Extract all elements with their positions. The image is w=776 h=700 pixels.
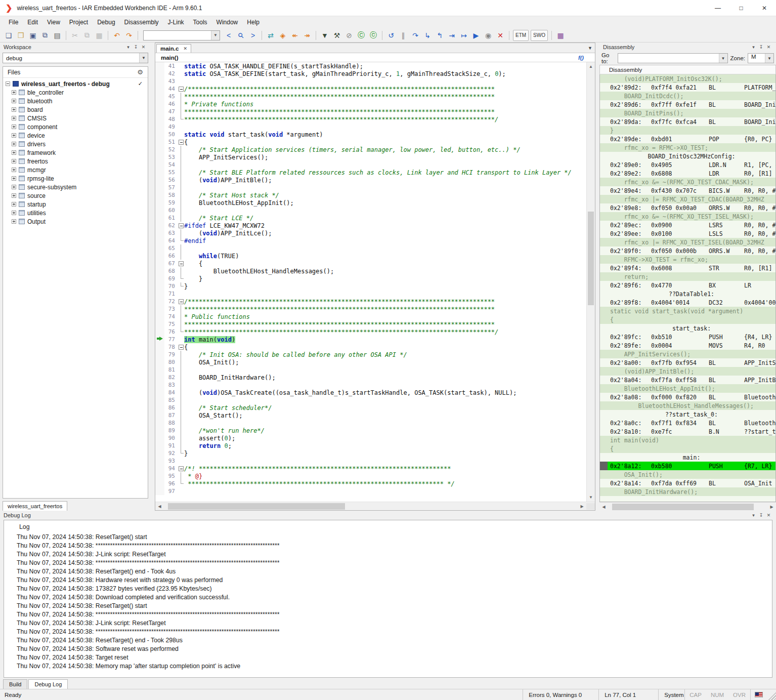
disasm-source-line[interactable]: int main(void) [600, 436, 775, 444]
code-line[interactable]: 82 BOARD_InitHardware(); [155, 374, 586, 381]
code-line[interactable]: 65 [155, 244, 586, 252]
go-icon[interactable]: ▶ [470, 30, 482, 41]
disasm-instruction[interactable]: 0x2'89e4:0xf430 0x707cBICS.WR0, R0, #0xF… [600, 186, 775, 195]
zone-combobox[interactable]: M ▼ [748, 53, 774, 63]
disasm-label[interactable]: start_task: [600, 324, 775, 333]
breakpoint-margin[interactable] [155, 442, 164, 449]
close-button[interactable]: ✕ [753, 0, 776, 16]
scroll-down-icon[interactable]: ▼ [587, 493, 595, 502]
step-over-icon[interactable]: ↷ [410, 30, 421, 41]
code-line[interactable]: 55 /* Start BLE Platform related ressour… [155, 169, 586, 176]
breakpoint-margin[interactable] [155, 480, 164, 487]
tree-item-component[interactable]: component [3, 122, 148, 131]
goto-combobox[interactable]: ▼ [618, 53, 728, 63]
chevron-down-icon[interactable]: ▼ [139, 53, 148, 63]
function-bar-label[interactable]: main() [161, 55, 179, 61]
disasm-source-line[interactable]: BOARD_InitHardware(); [600, 487, 775, 496]
disasm-source-line[interactable]: OSA_Init(); [600, 470, 775, 479]
breakpoint-margin[interactable] [155, 343, 164, 351]
code-line[interactable]: 42static OSA_TASK_DEFINE(start_task, gMa… [155, 70, 586, 77]
disasm-source-line[interactable]: { [600, 315, 775, 324]
fold-margin[interactable] [178, 343, 184, 351]
disasm-label[interactable]: BOARD_InitOsc32MHzConfig: [600, 152, 775, 160]
disasm-source-line[interactable]: BOARD_InitPins(); [600, 109, 775, 117]
menu-disassembly[interactable]: Disassembly [120, 17, 163, 27]
breakpoint-margin[interactable] [155, 282, 164, 290]
new-file-icon[interactable]: ❏ [3, 30, 14, 41]
breakpoint-margin[interactable] [155, 404, 164, 411]
c-stat-analyze-icon[interactable]: Ⓒ [356, 30, 367, 41]
break-icon[interactable]: ∥ [398, 30, 409, 41]
code-line[interactable]: 56 (void)APP_InitBle(); [155, 176, 586, 184]
menu-project[interactable]: Project [65, 17, 93, 27]
code-line[interactable]: 86 /* Start scheduler*/ [155, 404, 586, 411]
run-to-cursor-icon[interactable]: ↦ [458, 30, 469, 41]
expander-icon[interactable] [12, 107, 16, 112]
code-line[interactable]: 89 /*won't run here*/ [155, 427, 586, 434]
disasm-instruction[interactable]: 0x2'89e0:0x4905LDR.NR1, [PC, #0x14] [600, 160, 775, 169]
code-line[interactable]: 81 [155, 366, 586, 374]
disasm-source-line[interactable]: BOARD_InitDcdc(); [600, 92, 775, 100]
breakpoint-margin[interactable] [155, 222, 164, 229]
code-line[interactable]: 76**************************************… [155, 328, 586, 336]
breakpoint-margin[interactable] [155, 275, 164, 282]
pin-icon[interactable]: ↧ [132, 45, 140, 50]
breakpoint-margin[interactable] [155, 93, 164, 100]
expander-icon[interactable] [12, 90, 16, 95]
disasm-source-line[interactable]: return; [600, 272, 775, 281]
code-line[interactable]: 47**************************************… [155, 108, 586, 115]
breakpoint-margin[interactable] [155, 411, 164, 419]
stop-debugging-icon[interactable]: ✕ [495, 30, 506, 41]
breakpoint-margin[interactable] [155, 138, 164, 146]
tree-item-ble-controller[interactable]: ble_controller [3, 88, 148, 97]
code-line[interactable]: 92} [155, 449, 586, 457]
disasm-instruction[interactable]: 0x2'89d2:0xf7f4 0xfa21BLPLATFORM_InitOsc… [600, 83, 775, 92]
disasm-source-line[interactable]: rfmc_xo |= RFMC_XO_TEST_CDAC(BOARD_32MHZ [600, 195, 775, 203]
breakpoint-margin[interactable] [155, 419, 164, 427]
pin-icon[interactable]: ↧ [757, 513, 765, 518]
disasm-instruction[interactable]: 0x2'89fc:0xb510PUSH{R4, LR} [600, 333, 775, 341]
menu-edit[interactable]: Edit [23, 17, 42, 27]
code-line[interactable]: 70} [155, 282, 586, 290]
power-log-icon[interactable]: ▦ [555, 30, 566, 41]
disasm-source-line[interactable]: APP_InitServices(); [600, 350, 775, 358]
fold-margin[interactable] [178, 85, 184, 93]
find-icon[interactable]: ⚲ [233, 27, 248, 43]
code-line[interactable]: 49 [155, 123, 586, 131]
tree-root[interactable]: wireless_uart_freertos - debug✓ [3, 79, 148, 88]
breakpoint-margin[interactable] [155, 434, 164, 442]
disasm-source-line[interactable]: (void)APP_InitBle(); [600, 367, 775, 376]
expander-icon[interactable] [12, 211, 16, 215]
code-line[interactable]: 64#endif [155, 237, 586, 244]
breakpoint-margin[interactable] [155, 244, 164, 252]
close-icon[interactable]: ✕ [765, 513, 772, 518]
code-line[interactable]: 67 { [155, 260, 586, 267]
chevron-down-icon[interactable]: ▼ [719, 54, 727, 63]
code-line[interactable]: 53 APP_InitServices(); [155, 153, 586, 161]
dropdown-arrow-icon[interactable]: ▼ [211, 31, 220, 40]
breakpoint-margin[interactable] [155, 290, 164, 298]
tree-item-output[interactable]: Output [3, 217, 148, 226]
fold-margin[interactable] [178, 222, 184, 229]
disasm-instruction[interactable]: 0x2'89e2:0x6808LDRR0, [R1] [600, 169, 775, 178]
breakpoint-margin[interactable] [155, 267, 164, 275]
disasm-instruction[interactable]: 0x2'89e8:0xf050 0x00a0ORRS.WR0, R0, #0xA… [600, 203, 775, 212]
code-line[interactable]: 78{ [155, 343, 586, 351]
scroll-right-icon[interactable]: ▶ [578, 504, 586, 509]
disasm-instruction[interactable]: 0x2'89f8:0x4004'0014DC320x4004'0014 [600, 298, 775, 307]
redo-icon[interactable]: ↷ [123, 30, 135, 41]
breakpoint-margin[interactable] [155, 100, 164, 108]
code-line[interactable]: 62#ifdef LCE_KW47_MCXW72 [155, 222, 586, 229]
breakpoint-margin[interactable] [155, 374, 164, 381]
code-line[interactable]: 48**************************************… [155, 115, 586, 123]
close-icon[interactable]: ✕ [765, 45, 772, 50]
open-file-icon[interactable]: ❒ [15, 30, 26, 41]
disasm-source-line[interactable]: rfmc_xo = RFMC->XO_TEST; [600, 143, 775, 152]
disasm-instruction[interactable]: 0x2'89f4:0x6008STRR0, [R1] [600, 264, 775, 272]
code-line[interactable]: 71 [155, 290, 586, 298]
tree-item-freertos[interactable]: freertos [3, 157, 148, 166]
code-line[interactable]: 85 [155, 396, 586, 404]
save-icon[interactable]: ▣ [27, 30, 38, 41]
gear-icon[interactable]: ⚙ [137, 68, 143, 76]
menu-j-link[interactable]: J-Link [163, 17, 189, 27]
